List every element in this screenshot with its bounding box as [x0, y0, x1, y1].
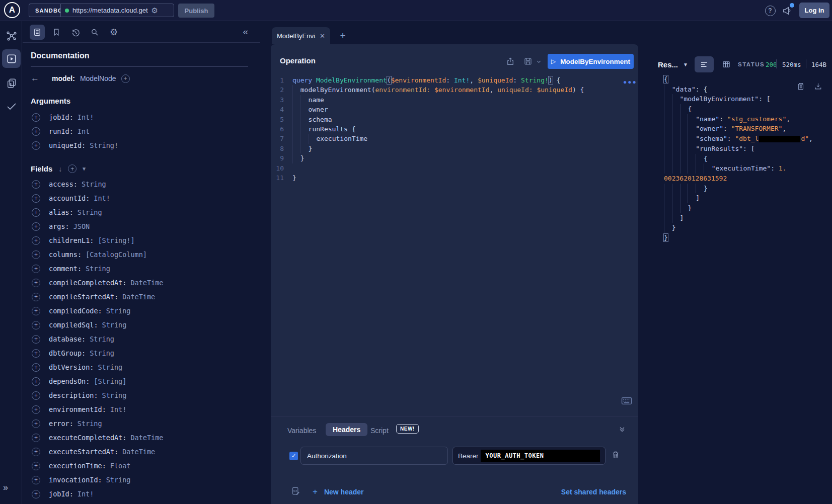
- endpoint-settings-icon[interactable]: ⚙: [152, 7, 158, 14]
- field-row[interactable]: + jobId: Int!: [32, 487, 260, 501]
- field-row[interactable]: + compileCompletedAt: DateTime: [32, 276, 260, 290]
- field-type[interactable]: Int!: [110, 405, 127, 413]
- tab-script[interactable]: Script: [370, 427, 389, 435]
- add-field-button[interactable]: +: [32, 363, 40, 372]
- header-value-field[interactable]: Bearer YOUR_AUTH_TOKEN: [452, 447, 606, 465]
- add-field-button[interactable]: +: [32, 222, 40, 231]
- search-icon[interactable]: [87, 25, 102, 40]
- field-row[interactable]: + compileStartedAt: DateTime: [32, 290, 260, 304]
- table-view-icon[interactable]: [717, 56, 736, 72]
- add-field-button[interactable]: +: [32, 293, 40, 301]
- add-field-button[interactable]: +: [32, 127, 40, 136]
- settings-icon[interactable]: ⚙: [106, 25, 121, 40]
- add-field-button[interactable]: +: [32, 307, 40, 315]
- response-json[interactable]: {"data": {"modelByEnvironment": [{"name"…: [664, 74, 830, 243]
- field-type[interactable]: String: [102, 321, 127, 329]
- operation-tab[interactable]: ModelByEnvi... ✕: [272, 27, 330, 44]
- endpoint-url-input[interactable]: https://metadata.cloud.get ⚙: [60, 4, 174, 17]
- new-header-button[interactable]: + New header: [313, 487, 364, 497]
- login-button[interactable]: Log in: [799, 3, 829, 18]
- field-row[interactable]: + error: String: [32, 416, 260, 431]
- add-field-button[interactable]: +: [32, 250, 40, 259]
- field-row[interactable]: + columns: [CatalogColumn]: [32, 247, 260, 262]
- share-icon[interactable]: [504, 55, 517, 68]
- add-field-button[interactable]: +: [32, 476, 40, 484]
- field-row-partial[interactable]: +: [32, 501, 260, 504]
- add-field-button[interactable]: +: [32, 208, 40, 217]
- add-field-button[interactable]: +: [32, 194, 40, 203]
- field-row[interactable]: + alias: String: [32, 205, 260, 219]
- field-row[interactable]: + compiledCode: String: [32, 304, 260, 318]
- tab-headers[interactable]: Headers: [326, 423, 367, 436]
- field-type[interactable]: String: [86, 265, 110, 273]
- add-field-button[interactable]: +: [32, 141, 40, 150]
- add-all-fields-button[interactable]: +: [68, 164, 77, 173]
- add-field-button[interactable]: +: [32, 279, 40, 287]
- field-row[interactable]: + comment: String: [32, 262, 260, 276]
- expand-rail-icon[interactable]: »: [3, 482, 8, 493]
- field-row[interactable]: + executionTime: Float: [32, 459, 260, 473]
- field-row[interactable]: + compiledSql: String: [32, 318, 260, 332]
- field-type[interactable]: String: [78, 419, 102, 428]
- chevron-down-icon[interactable]: ▾: [83, 165, 86, 172]
- run-operation-button[interactable]: ▷ ModelByEnvironment: [548, 54, 634, 69]
- field-type[interactable]: [String!]: [98, 236, 134, 244]
- field-type[interactable]: DateTime: [122, 448, 155, 456]
- keyboard-shortcuts-icon[interactable]: [621, 396, 632, 405]
- collapse-sidebar-icon[interactable]: «: [243, 26, 248, 37]
- save-icon[interactable]: [521, 55, 535, 68]
- header-enabled-checkbox[interactable]: ✓: [289, 452, 298, 460]
- announcements-icon[interactable]: [781, 5, 793, 17]
- field-type[interactable]: DateTime: [130, 434, 163, 442]
- field-type[interactable]: String: [106, 307, 131, 315]
- add-field-button[interactable]: +: [32, 236, 40, 245]
- apollo-logo-icon[interactable]: A: [4, 2, 20, 18]
- tab-variables[interactable]: Variables: [287, 427, 316, 435]
- field-row[interactable]: + args: JSON: [32, 219, 260, 233]
- add-field-button[interactable]: +: [32, 419, 40, 428]
- field-row[interactable]: + executeStartedAt: DateTime: [32, 445, 260, 459]
- add-field-button[interactable]: +: [32, 434, 40, 442]
- field-type[interactable]: [String]: [94, 377, 126, 385]
- back-arrow-icon[interactable]: ←: [31, 73, 41, 83]
- explorer-tab-icon[interactable]: [2, 49, 21, 68]
- field-row[interactable]: + dbtGroup: String: [32, 346, 260, 360]
- save-menu-chevron-icon[interactable]: [535, 55, 543, 68]
- add-field-button[interactable]: +: [32, 448, 40, 456]
- add-field-button[interactable]: +: [32, 113, 40, 122]
- field-row[interactable]: + access: String: [32, 177, 260, 191]
- field-type[interactable]: String: [102, 391, 127, 399]
- add-field-button[interactable]: +: [32, 321, 40, 329]
- field-type[interactable]: DateTime: [122, 293, 155, 301]
- help-icon[interactable]: ?: [764, 5, 776, 17]
- field-type[interactable]: Float: [110, 462, 131, 470]
- field-row[interactable]: + uniqueId: String!: [32, 138, 260, 152]
- field-type[interactable]: String: [98, 363, 122, 371]
- operation-collections-icon[interactable]: [2, 73, 21, 92]
- field-row[interactable]: + runId: Int: [32, 124, 260, 138]
- field-type[interactable]: String: [78, 208, 102, 216]
- set-shared-headers-button[interactable]: Set shared headers: [561, 488, 626, 496]
- sort-fields-icon[interactable]: ↓: [58, 165, 62, 173]
- add-field-button[interactable]: +: [32, 349, 40, 358]
- add-field-button[interactable]: +: [32, 265, 40, 273]
- checks-icon[interactable]: [2, 97, 21, 115]
- delete-header-icon[interactable]: [611, 450, 620, 459]
- field-row[interactable]: + executeCompletedAt: DateTime: [32, 431, 260, 445]
- field-type[interactable]: Int!: [78, 113, 94, 121]
- header-name-input[interactable]: [300, 447, 448, 465]
- field-type[interactable]: String: [106, 476, 131, 484]
- field-row[interactable]: + childrenL1: [String!]: [32, 233, 260, 247]
- add-field-button[interactable]: +: [32, 462, 40, 470]
- field-row[interactable]: + database: String: [32, 332, 260, 346]
- field-type[interactable]: String: [82, 180, 106, 188]
- more-menu-icon[interactable]: ●●●: [623, 78, 637, 86]
- field-row[interactable]: + jobId: Int!: [32, 110, 260, 124]
- field-row[interactable]: + description: String: [32, 388, 260, 402]
- schema-graph-icon[interactable]: [2, 26, 21, 45]
- field-type[interactable]: [CatalogColumn]: [86, 250, 147, 259]
- field-type[interactable]: JSON: [73, 222, 90, 230]
- documentation-tab-icon[interactable]: [30, 25, 45, 40]
- field-row[interactable]: + invocationId: String: [32, 473, 260, 487]
- field-type[interactable]: String: [90, 349, 114, 357]
